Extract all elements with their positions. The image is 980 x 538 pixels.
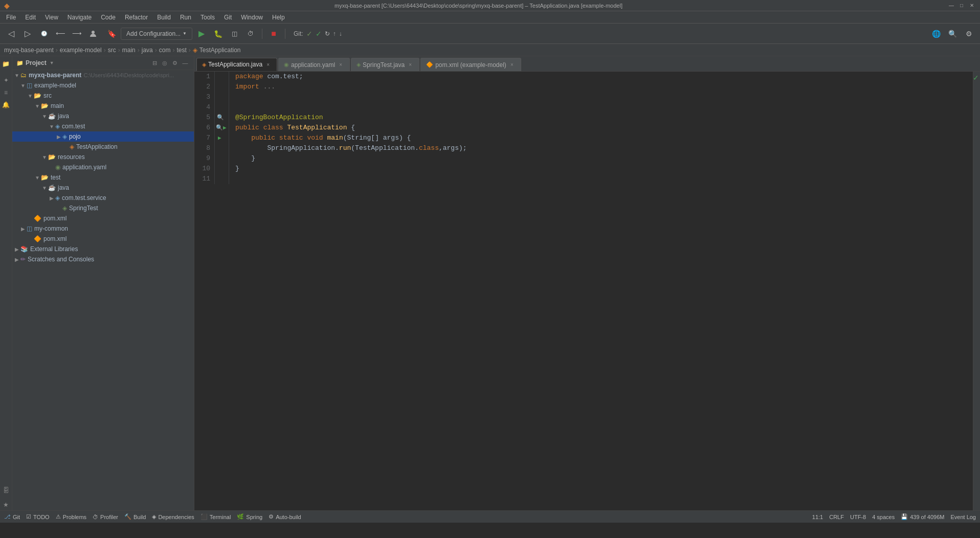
run-button[interactable]: ▶ bbox=[194, 27, 209, 41]
translate-button[interactable]: 🌐 bbox=[929, 27, 943, 41]
sidebar-database-icon[interactable]: 🗄 bbox=[1, 485, 12, 496]
nav-back-button[interactable]: ⟵ bbox=[53, 27, 68, 41]
tree-item-my-common[interactable]: ▶ ◫ my-common bbox=[12, 223, 194, 234]
tree-item-scratches[interactable]: ▶ ✏ Scratches and Consoles bbox=[12, 254, 194, 264]
statusbar-spring[interactable]: 🌿 Spring bbox=[237, 513, 262, 520]
sidebar-structure-icon[interactable]: ≡ bbox=[1, 87, 12, 98]
tree-collapse-all-btn[interactable]: ⊟ bbox=[150, 58, 159, 68]
breadcrumb-main[interactable]: main bbox=[122, 47, 136, 54]
breadcrumb-testapplication[interactable]: TestApplication bbox=[199, 47, 241, 54]
statusbar-terminal[interactable]: ⬛ Terminal bbox=[201, 513, 231, 520]
titlebar-controls[interactable]: — □ ✕ bbox=[947, 2, 976, 10]
tree-item-example-model[interactable]: ▼ ◫ example-model bbox=[12, 80, 194, 91]
statusbar-profiler[interactable]: ⏱ Profiler bbox=[93, 513, 118, 520]
statusbar-event-log[interactable]: Event Log bbox=[950, 513, 976, 520]
menu-build[interactable]: Build bbox=[153, 13, 175, 22]
recent-files-button[interactable]: 🕐 bbox=[37, 27, 51, 41]
git-pull-icon[interactable]: ↓ bbox=[339, 30, 342, 37]
statusbar-encoding[interactable]: UTF-8 bbox=[850, 513, 866, 520]
statusbar-cursor[interactable]: 11:1 bbox=[812, 513, 823, 520]
tab-testapplication[interactable]: ◈ TestApplication.java × bbox=[196, 58, 277, 71]
profile-button[interactable]: ⏱ bbox=[243, 27, 258, 41]
menu-git[interactable]: Git bbox=[220, 13, 236, 22]
tab-close-testapp[interactable]: × bbox=[264, 61, 272, 68]
tree-item-application-yaml[interactable]: ▶ ◉ application.yaml bbox=[12, 162, 194, 172]
project-dropdown-icon[interactable]: ▼ bbox=[50, 60, 54, 65]
tree-item-myxq-base-parent[interactable]: ▼ 🗂 myxq-base-parent C:\Users\64434\Desk… bbox=[12, 70, 194, 80]
menu-file[interactable]: File bbox=[2, 13, 20, 22]
tree-item-main[interactable]: ▼ 📂 main bbox=[12, 101, 194, 111]
debug-button[interactable]: 🐛 bbox=[211, 27, 225, 41]
tab-close-springtest[interactable]: × bbox=[407, 61, 414, 69]
menu-edit[interactable]: Edit bbox=[21, 13, 40, 22]
statusbar-line-ending[interactable]: CRLF bbox=[829, 513, 844, 520]
tree-item-java-test[interactable]: ▼ ☕ java bbox=[12, 183, 194, 193]
run-gutter-icon-7[interactable]: ▶ bbox=[218, 133, 221, 143]
menu-window[interactable]: Window bbox=[237, 13, 267, 22]
close-button[interactable]: ✕ bbox=[968, 2, 976, 10]
menu-code[interactable]: Code bbox=[97, 13, 120, 22]
tree-item-springtest[interactable]: ▶ ◈ SpringTest bbox=[12, 203, 194, 213]
code-area[interactable]: package com.test; import ... bbox=[229, 72, 973, 184]
menu-tools[interactable]: Tools bbox=[196, 13, 219, 22]
back-button[interactable]: ◁ bbox=[4, 27, 18, 41]
tree-item-test[interactable]: ▼ 📂 test bbox=[12, 172, 194, 183]
breadcrumb-src[interactable]: src bbox=[108, 47, 116, 54]
statusbar-auto-build[interactable]: ⚙ Auto-build bbox=[269, 513, 301, 520]
tree-item-pojo[interactable]: ▶ ◈ pojo bbox=[12, 131, 194, 142]
account-button[interactable] bbox=[86, 27, 100, 41]
tab-springtest[interactable]: ◈ SpringTest.java × bbox=[351, 58, 419, 71]
breadcrumb-java[interactable]: java bbox=[142, 47, 153, 54]
minimize-button[interactable]: — bbox=[947, 2, 955, 10]
breadcrumb-example-model[interactable]: example-model bbox=[60, 47, 102, 54]
breadcrumb-com[interactable]: com bbox=[159, 47, 171, 54]
tree-item-external-libraries[interactable]: ▶ 📚 External Libraries bbox=[12, 244, 194, 254]
sidebar-commit-icon[interactable]: ✦ bbox=[1, 75, 12, 86]
tab-close-pom[interactable]: × bbox=[508, 61, 516, 69]
coverage-button[interactable]: ◫ bbox=[227, 27, 241, 41]
statusbar-memory[interactable]: 💾 439 of 4096M bbox=[901, 513, 944, 520]
menu-refactor[interactable]: Refactor bbox=[121, 13, 152, 22]
tree-item-java-main[interactable]: ▼ ☕ java bbox=[12, 111, 194, 121]
tree-item-com-test[interactable]: ▼ ◈ com.test bbox=[12, 121, 194, 131]
sidebar-project-icon[interactable]: 📁 bbox=[1, 58, 12, 70]
bookmark-button[interactable]: 🔖 bbox=[104, 27, 119, 41]
statusbar-problems[interactable]: ⚠ Problems bbox=[56, 513, 86, 520]
settings-button[interactable]: ⚙ bbox=[962, 27, 976, 41]
statusbar-indent[interactable]: 4 spaces bbox=[872, 513, 895, 520]
tree-item-com-test-service[interactable]: ▶ ◈ com.test.service bbox=[12, 193, 194, 203]
git-push-icon[interactable]: ↑ bbox=[333, 30, 336, 37]
tree-locate-btn[interactable]: ◎ bbox=[160, 58, 169, 68]
tab-pom-xml[interactable]: 🔶 pom.xml (example-model) × bbox=[420, 58, 521, 71]
stop-button[interactable]: ■ bbox=[266, 27, 281, 41]
editor[interactable]: 1 2 3 4 5 6 7 8 9 10 11 bbox=[194, 72, 973, 510]
tree-item-testapplication[interactable]: ▶ ◈ TestApplication bbox=[12, 142, 194, 152]
statusbar-todo[interactable]: ☑ TODO bbox=[26, 513, 50, 520]
menu-view[interactable]: View bbox=[41, 13, 62, 22]
statusbar-git[interactable]: ⎇ Git bbox=[4, 513, 20, 520]
tab-close-yaml[interactable]: × bbox=[337, 61, 344, 69]
breadcrumb-root[interactable]: myxq-base-parent bbox=[4, 47, 54, 54]
tree-item-src[interactable]: ▼ 📂 src bbox=[12, 91, 194, 101]
tab-application-yaml[interactable]: ◉ application.yaml × bbox=[278, 58, 350, 71]
menu-help[interactable]: Help bbox=[268, 13, 289, 22]
breadcrumb-test[interactable]: test bbox=[176, 47, 186, 54]
sidebar-notification-icon[interactable]: 🔔 bbox=[1, 99, 12, 110]
nav-forward-button[interactable]: ⟶ bbox=[70, 27, 84, 41]
tree-close-btn[interactable]: — bbox=[181, 58, 190, 68]
tree-item-pom-xml[interactable]: ▶ 🔶 pom.xml bbox=[12, 213, 194, 223]
tree-item-pom-xml-root[interactable]: ▶ 🔶 pom.xml bbox=[12, 234, 194, 244]
statusbar-build[interactable]: 🔨 Build bbox=[124, 513, 146, 520]
forward-button[interactable]: ▷ bbox=[20, 27, 35, 41]
git-update-icon[interactable]: ↻ bbox=[325, 30, 330, 37]
sidebar-favorites-icon[interactable]: ★ bbox=[1, 499, 12, 510]
tree-item-resources[interactable]: ▼ 📂 resources bbox=[12, 152, 194, 162]
menu-run[interactable]: Run bbox=[176, 13, 195, 22]
menu-navigate[interactable]: Navigate bbox=[63, 13, 96, 22]
add-configuration-button[interactable]: Add Configuration... ▼ bbox=[121, 28, 192, 40]
maximize-button[interactable]: □ bbox=[957, 2, 966, 10]
tree-settings-btn[interactable]: ⚙ bbox=[170, 58, 180, 68]
search-everywhere-button[interactable]: 🔍 bbox=[945, 27, 960, 41]
statusbar-dependencies[interactable]: ◈ Dependencies bbox=[152, 513, 194, 520]
run-gutter-icon-6[interactable]: ▶ bbox=[223, 123, 227, 133]
